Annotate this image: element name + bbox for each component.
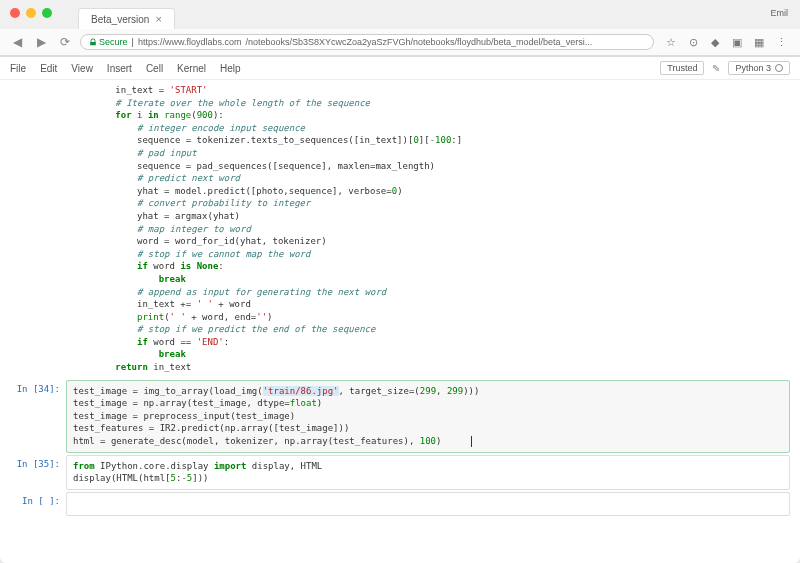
trusted-badge[interactable]: Trusted	[660, 61, 704, 75]
notebook-area[interactable]: in_text = 'START' # Iterate over the who…	[0, 80, 800, 551]
tab-row: Beta_version ×	[70, 8, 800, 29]
user-profile-label[interactable]: Emil	[771, 8, 789, 18]
star-icon[interactable]: ☆	[664, 35, 678, 49]
code-content: in_text = 'START' # Iterate over the who…	[72, 84, 784, 374]
minimize-window-button[interactable]	[26, 8, 36, 18]
address-bar[interactable]: Secure | https://www.floydlabs.com/noteb…	[80, 34, 654, 50]
code-content	[73, 497, 783, 510]
cell-body[interactable]	[66, 492, 790, 516]
menu-right: Trusted ✎ Python 3	[660, 61, 790, 75]
forward-button[interactable]: ▶	[32, 33, 50, 51]
menu-help[interactable]: Help	[220, 63, 241, 74]
text-cursor	[471, 436, 472, 447]
menu-icon[interactable]: ⋮	[774, 35, 788, 49]
lock-icon	[89, 38, 97, 46]
code-content: from IPython.core.display import display…	[73, 460, 783, 485]
chrome-header: Beta_version × ◀ ▶ ⟳ Secure | https://ww…	[0, 0, 800, 57]
secure-indicator: Secure	[89, 37, 128, 47]
toolbar-right: ☆ ⊙ ◆ ▣ ▦ ⋮	[660, 35, 792, 49]
extension-icon-2[interactable]: ▣	[730, 35, 744, 49]
cell-body[interactable]: in_text = 'START' # Iterate over the who…	[66, 84, 790, 378]
menu-file[interactable]: File	[10, 63, 26, 74]
search-icon[interactable]: ⊙	[686, 35, 700, 49]
url-separator: |	[132, 37, 134, 47]
url-path: /notebooks/Sb3S8XYcwcZoa2yaSzFVGh/notebo…	[245, 37, 592, 47]
cell-prompt	[10, 84, 66, 378]
code-cell-empty[interactable]: In [ ]:	[10, 492, 790, 516]
menu-cell[interactable]: Cell	[146, 63, 163, 74]
menu-edit[interactable]: Edit	[40, 63, 57, 74]
extension-icon-3[interactable]: ▦	[752, 35, 766, 49]
address-row: ◀ ▶ ⟳ Secure | https://www.floydlabs.com…	[0, 29, 800, 56]
extension-icon[interactable]: ◆	[708, 35, 722, 49]
cell-body[interactable]: test_image = img_to_array(load_img('trai…	[66, 380, 790, 453]
menu-kernel[interactable]: Kernel	[177, 63, 206, 74]
menu-view[interactable]: View	[71, 63, 93, 74]
browser-window: Emil Beta_version × ◀ ▶ ⟳ Secure | https…	[0, 0, 800, 563]
cell-body[interactable]: from IPython.core.display import display…	[66, 455, 790, 490]
back-button[interactable]: ◀	[8, 33, 26, 51]
cell-prompt: In [ ]:	[10, 492, 66, 516]
reload-button[interactable]: ⟳	[56, 33, 74, 51]
secure-label: Secure	[99, 37, 128, 47]
code-cell[interactable]: In [35]: from IPython.core.display impor…	[10, 455, 790, 490]
code-cell-selected[interactable]: In [34]: test_image = img_to_array(load_…	[10, 380, 790, 453]
browser-tab[interactable]: Beta_version ×	[78, 8, 175, 29]
code-cell[interactable]: in_text = 'START' # Iterate over the who…	[10, 84, 790, 378]
maximize-window-button[interactable]	[42, 8, 52, 18]
close-window-button[interactable]	[10, 8, 20, 18]
menu-insert[interactable]: Insert	[107, 63, 132, 74]
jupyter-menu-bar: File Edit View Insert Cell Kernel Help T…	[0, 57, 800, 80]
kernel-name: Python 3	[735, 63, 771, 73]
kernel-status-icon	[775, 64, 783, 72]
url-host: https://www.floydlabs.com	[138, 37, 242, 47]
kernel-badge[interactable]: Python 3	[728, 61, 790, 75]
pencil-icon[interactable]: ✎	[712, 63, 720, 74]
cell-prompt: In [34]:	[10, 380, 66, 453]
cell-prompt: In [35]:	[10, 455, 66, 490]
close-tab-icon[interactable]: ×	[155, 13, 161, 25]
tab-title: Beta_version	[91, 14, 149, 25]
code-content: test_image = img_to_array(load_img('trai…	[73, 385, 783, 448]
